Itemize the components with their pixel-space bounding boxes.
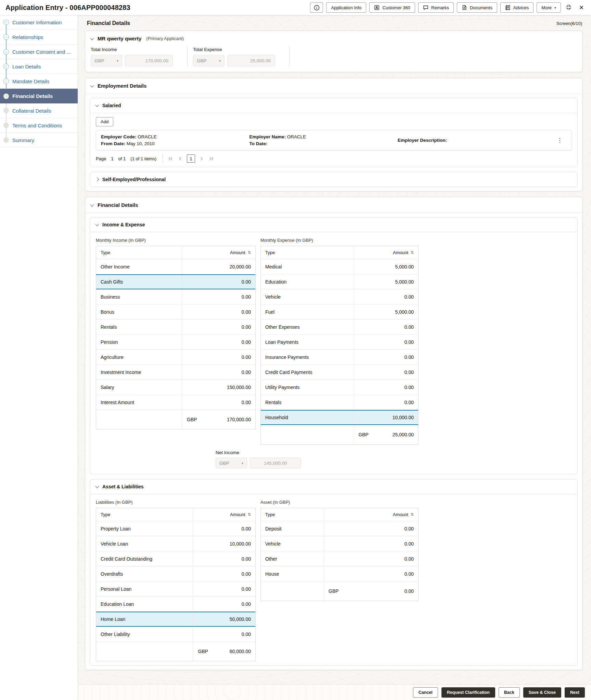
sidebar-step-collateral-details[interactable]: Collateral Details bbox=[0, 103, 78, 118]
table-row[interactable]: Vehicle Loan10,000.00 bbox=[96, 536, 255, 551]
row-type: Rentals bbox=[96, 320, 182, 334]
table-row[interactable]: House0.00 bbox=[261, 566, 418, 582]
more-label: More bbox=[541, 5, 552, 10]
table-row[interactable]: Insurance Payments0.00 bbox=[261, 350, 418, 365]
table-row[interactable]: Rentals0.00 bbox=[261, 395, 418, 410]
table-row[interactable]: Other0.00 bbox=[261, 551, 418, 566]
collapse-expand-button[interactable] bbox=[564, 2, 574, 13]
row-type: Rentals bbox=[261, 395, 354, 410]
from-date-label: From Date: bbox=[101, 141, 125, 146]
sidebar-step-loan-details[interactable]: ✓Loan Details bbox=[0, 59, 78, 74]
progress-sidebar: ✓Customer Information✓Relationships✓Cust… bbox=[0, 15, 78, 700]
table-row[interactable]: Credit Card Payments0.00 bbox=[261, 365, 418, 380]
back-button[interactable]: Back bbox=[499, 687, 520, 698]
page-label: Page bbox=[96, 156, 106, 161]
table-row[interactable]: Overdrafts0.00 bbox=[96, 566, 255, 582]
sidebar-step-relationships[interactable]: ✓Relationships bbox=[0, 30, 78, 45]
sort-icon[interactable]: ⇅ bbox=[248, 512, 251, 517]
asset-liabilities-accordion-header[interactable]: Asset & Liabilities bbox=[90, 479, 577, 494]
save-close-button[interactable]: Save & Close bbox=[523, 687, 561, 698]
table-row[interactable]: Other Expenses0.00 bbox=[261, 320, 418, 335]
application-info-button[interactable]: Application Info bbox=[326, 2, 366, 13]
table-row[interactable]: Pension0.00 bbox=[96, 335, 255, 350]
close-button[interactable]: ✕ bbox=[577, 2, 586, 13]
more-button[interactable]: More ▾ bbox=[537, 2, 561, 13]
table-row[interactable]: Investment Income0.00 bbox=[96, 365, 255, 380]
row-amount: 10,000.00 bbox=[354, 411, 418, 424]
table-row[interactable]: Deposit0.00 bbox=[261, 521, 418, 536]
income-table-header: Type Amount ⇅ bbox=[96, 246, 255, 259]
row-type: Credit Card Outstanding bbox=[96, 551, 193, 566]
add-employment-button[interactable]: Add bbox=[96, 117, 113, 126]
table-row[interactable]: Education5,000.00 bbox=[261, 274, 418, 289]
table-row[interactable]: Personal Loan0.00 bbox=[96, 582, 255, 597]
documents-label: Documents bbox=[470, 5, 492, 10]
table-row[interactable]: Education Loan0.00 bbox=[96, 597, 255, 612]
table-row[interactable]: Rentals0.00 bbox=[96, 320, 255, 335]
sidebar-step-label: Summary bbox=[12, 137, 34, 143]
row-amount: 0.00 bbox=[182, 304, 255, 319]
row-amount: 20,000.00 bbox=[182, 259, 255, 274]
self-employed-accordion-header[interactable]: Self-Employed/Professional bbox=[90, 172, 577, 187]
info-button[interactable] bbox=[310, 2, 323, 13]
first-page-icon[interactable] bbox=[168, 156, 174, 161]
salaried-accordion-header[interactable]: Salaried bbox=[90, 98, 577, 113]
row-amount: 0.00 bbox=[324, 536, 418, 551]
table-row[interactable]: Fuel5,000.00 bbox=[261, 304, 418, 320]
table-row[interactable]: Home Loan50,000.00 bbox=[96, 612, 255, 627]
table-row[interactable]: Bonus0.00 bbox=[96, 304, 255, 320]
financial-accordion-header[interactable]: Financial Details bbox=[85, 197, 582, 213]
sidebar-step-customer-information[interactable]: ✓Customer Information bbox=[0, 15, 78, 30]
total-expense-label: Total Expense bbox=[193, 47, 275, 52]
kebab-menu-icon[interactable]: ⋮ bbox=[553, 137, 567, 144]
sidebar-step-mandate-details[interactable]: ✓Mandate Details bbox=[0, 74, 78, 89]
sort-icon[interactable]: ⇅ bbox=[248, 250, 251, 255]
advices-button[interactable]: Advices bbox=[500, 2, 534, 13]
table-row[interactable]: Cash Gifts0.00 bbox=[96, 274, 255, 289]
remarks-button[interactable]: Remarks bbox=[418, 2, 454, 13]
customer-360-button[interactable]: Customer 360 bbox=[369, 2, 415, 13]
table-row[interactable]: Loan Payments0.00 bbox=[261, 335, 418, 350]
table-row[interactable]: Medical5,000.00 bbox=[261, 259, 418, 274]
table-row[interactable]: Utility Payments0.00 bbox=[261, 380, 418, 395]
table-row[interactable]: Vehicle0.00 bbox=[261, 536, 418, 551]
request-clarification-button[interactable]: Request Clarification bbox=[441, 687, 495, 698]
table-row[interactable]: Business0.00 bbox=[96, 289, 255, 304]
table-row[interactable]: Agriculture0.00 bbox=[96, 350, 255, 365]
table-row[interactable]: Interest Amount0.00 bbox=[96, 395, 255, 410]
income-expense-accordion-header[interactable]: Income & Expense bbox=[90, 217, 577, 232]
type-column-header: Type bbox=[261, 508, 324, 521]
table-row[interactable]: Household10,000.00 bbox=[261, 410, 418, 425]
cancel-button[interactable]: Cancel bbox=[413, 687, 438, 698]
table-row[interactable]: Other Liability0.00 bbox=[96, 627, 255, 642]
step-check-icon: ✓ bbox=[3, 34, 9, 40]
employment-accordion-header[interactable]: Employment Details bbox=[85, 78, 582, 94]
total-amount-cell: GBP170,000.00 bbox=[182, 410, 255, 429]
sidebar-step-financial-details[interactable]: Financial Details bbox=[0, 89, 78, 103]
step-check-icon: ✓ bbox=[3, 49, 9, 54]
documents-button[interactable]: Documents bbox=[457, 2, 497, 13]
liabilities-table: Liabilities (In GBP) Type Amount ⇅ Prope… bbox=[96, 498, 256, 661]
next-page-icon[interactable] bbox=[199, 156, 204, 161]
table-row[interactable]: Salary150,000.00 bbox=[96, 380, 255, 395]
self-employed-title: Self-Employed/Professional bbox=[102, 177, 166, 182]
sidebar-step-terms-and-conditions[interactable]: Terms and Conditions bbox=[0, 118, 78, 133]
current-page-box[interactable]: 1 bbox=[187, 154, 195, 163]
next-button[interactable]: Next bbox=[565, 687, 585, 698]
row-amount: 0.00 bbox=[354, 289, 418, 304]
sidebar-step-customer-consent-and[interactable]: ✓Customer Consent and ... bbox=[0, 45, 78, 59]
sort-icon[interactable]: ⇅ bbox=[411, 512, 414, 517]
sort-icon[interactable]: ⇅ bbox=[411, 250, 414, 255]
table-row[interactable]: Credit Card Outstanding0.00 bbox=[96, 551, 255, 566]
employer-name-label: Employer Name: bbox=[249, 134, 286, 139]
step-dot-icon bbox=[3, 108, 9, 113]
net-income-amount-field: 145,000.00 bbox=[250, 458, 301, 468]
table-row[interactable]: Property Loan0.00 bbox=[96, 521, 255, 536]
table-row[interactable]: Vehicle0.00 bbox=[261, 289, 418, 304]
sidebar-step-summary[interactable]: Summary bbox=[0, 133, 78, 148]
last-page-icon[interactable] bbox=[208, 156, 214, 161]
table-row[interactable]: Other Income20,000.00 bbox=[96, 259, 255, 274]
applicant-accordion-header[interactable]: MR qwerty qwerty (Primary Applicant) bbox=[85, 31, 582, 46]
info-icon bbox=[314, 5, 320, 11]
previous-page-icon[interactable] bbox=[178, 156, 183, 161]
